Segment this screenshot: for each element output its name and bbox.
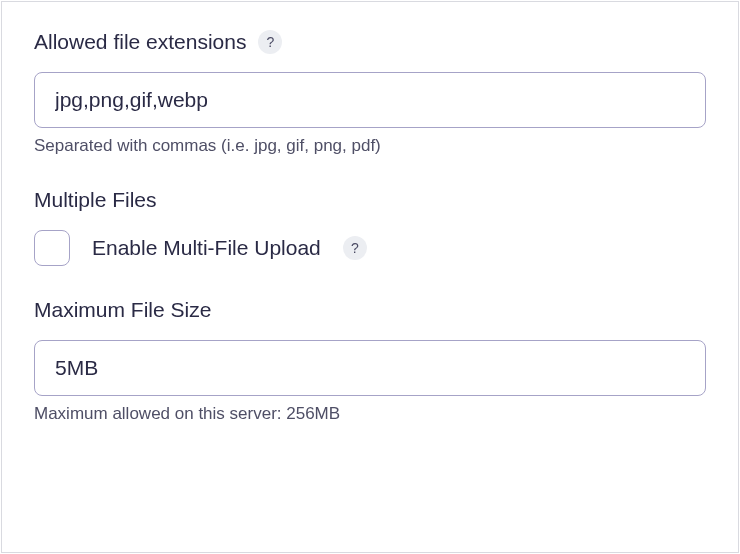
multiple-files-label: Multiple Files [34,188,157,212]
allowed-extensions-helper: Separated with commas (i.e. jpg, gif, pn… [34,136,706,156]
enable-multi-file-checkbox[interactable] [34,230,70,266]
allowed-extensions-label: Allowed file extensions [34,30,246,54]
multiple-files-group: Multiple Files Enable Multi-File Upload … [34,188,706,266]
settings-panel: Allowed file extensions ? Separated with… [1,1,739,553]
help-icon[interactable]: ? [343,236,367,260]
help-icon[interactable]: ? [258,30,282,54]
label-row: Maximum File Size [34,298,706,322]
max-file-size-helper: Maximum allowed on this server: 256MB [34,404,706,424]
enable-multi-file-label: Enable Multi-File Upload [92,236,321,260]
max-file-size-input[interactable] [34,340,706,396]
label-row: Allowed file extensions ? [34,30,706,54]
max-file-size-group: Maximum File Size Maximum allowed on thi… [34,298,706,424]
max-file-size-label: Maximum File Size [34,298,211,322]
allowed-extensions-group: Allowed file extensions ? Separated with… [34,30,706,156]
label-row: Multiple Files [34,188,706,212]
allowed-extensions-input[interactable] [34,72,706,128]
checkbox-row: Enable Multi-File Upload ? [34,230,706,266]
